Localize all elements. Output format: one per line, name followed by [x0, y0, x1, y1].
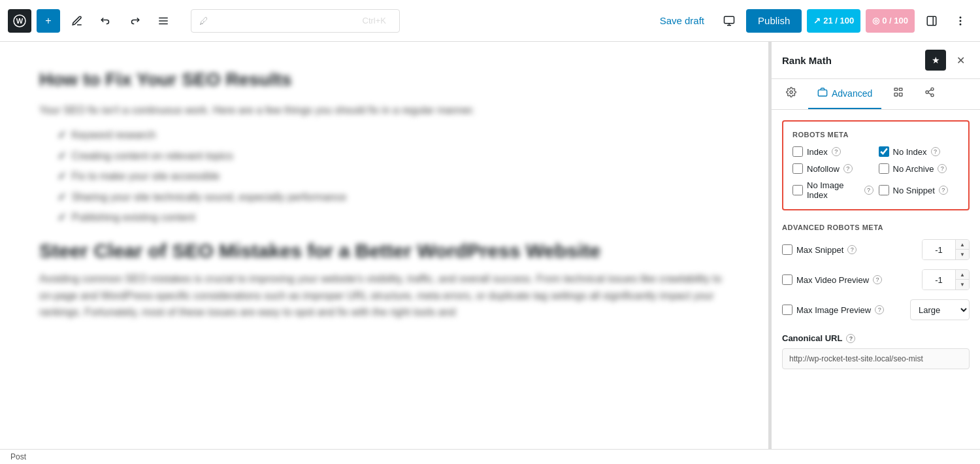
svg-rect-18 [900, 93, 903, 96]
list-item: Creating content on relevant topics [50, 148, 729, 165]
max-snippet-checkbox[interactable] [782, 244, 792, 255]
sidebar-title: Rank Math [782, 55, 920, 66]
search-bar[interactable]: 🖊 Ctrl+K [191, 9, 400, 33]
max-image-preview-select[interactable]: None Standard Large [910, 299, 970, 320]
no-archive-label: No Archive [893, 164, 934, 174]
rank-math-sidebar: Rank Math ★ ✕ Advanced [771, 42, 980, 449]
advanced-robots-label: ADVANCED ROBOTS META [782, 224, 970, 231]
save-draft-button[interactable]: Save draft [652, 11, 712, 30]
editor-area[interactable]: How to Fix Your SEO Results Your SEO fix… [0, 42, 768, 449]
pen-icon: 🖊 [199, 16, 208, 26]
svg-rect-15 [894, 88, 898, 90]
svg-rect-14 [818, 90, 826, 96]
index-label: Index [807, 147, 828, 157]
svg-text:W: W [16, 17, 24, 25]
tab-settings[interactable] [777, 79, 806, 109]
canonical-url-input[interactable] [782, 348, 970, 369]
undo-button[interactable] [94, 9, 118, 33]
max-video-down-button[interactable]: ▼ [956, 280, 969, 290]
redo-button[interactable] [123, 9, 146, 33]
no-image-index-checkbox[interactable] [792, 185, 803, 195]
advanced-robots-meta-section: ADVANCED ROBOTS META Max Snippet ? ▲ ▼ [782, 224, 970, 320]
max-image-preview-checkbox[interactable] [782, 305, 792, 315]
svg-point-10 [960, 17, 961, 18]
preview-button[interactable] [717, 9, 741, 33]
index-help-icon[interactable]: ? [832, 147, 841, 156]
max-video-spinners: ▲ ▼ [955, 270, 969, 290]
view-list-button[interactable] [152, 9, 175, 33]
seo-score-value: 21 / 100 [823, 16, 854, 25]
briefcase-icon [817, 87, 828, 100]
list-item: Publishing existing content [50, 209, 729, 226]
max-snippet-up-button[interactable]: ▲ [956, 240, 969, 250]
tab-advanced-label: Advanced [832, 88, 872, 99]
keyboard-shortcut: Ctrl+K [363, 16, 386, 25]
no-index-help-icon[interactable]: ? [931, 147, 940, 156]
status-bar: Post [0, 449, 980, 464]
max-snippet-down-button[interactable]: ▼ [956, 250, 969, 259]
tab-schema[interactable] [915, 79, 944, 109]
close-sidebar-button[interactable]: ✕ [951, 51, 970, 69]
robots-meta-label: ROBOTS META [792, 131, 959, 139]
no-archive-checkbox[interactable] [879, 163, 889, 174]
svg-line-22 [928, 93, 932, 95]
no-snippet-checkbox[interactable] [879, 185, 889, 195]
index-checkbox[interactable] [792, 146, 803, 157]
seo-score-badge[interactable]: ↗ 21 / 100 [807, 9, 860, 33]
max-image-preview-help-icon[interactable]: ? [875, 305, 884, 314]
max-video-preview-row: Max Video Preview ? ▲ ▼ [782, 269, 970, 290]
social-icon [893, 87, 904, 100]
nofollow-label: Nofollow [807, 164, 840, 174]
section-heading: Steer Clear of SEO Mistakes for a Better… [39, 239, 729, 263]
more-options-button[interactable] [949, 9, 972, 33]
list-item: Sharing your site technically sound, esp… [50, 189, 729, 206]
readability-score-value: 0 / 100 [882, 16, 908, 25]
add-block-button[interactable]: + [37, 9, 60, 33]
svg-point-13 [790, 91, 792, 93]
sidebar-header: Rank Math ★ ✕ [772, 42, 980, 79]
robots-meta-grid: Index ? No Index ? Nofollow ? [792, 146, 959, 200]
index-checkbox-row: Index ? [792, 146, 874, 157]
no-image-index-label: No Image Index [807, 180, 860, 200]
svg-rect-17 [894, 93, 898, 96]
no-index-label: No Index [893, 147, 927, 157]
max-video-preview-help-icon[interactable]: ? [873, 275, 882, 284]
tab-advanced[interactable]: Advanced [808, 79, 881, 109]
sidebar-content: ROBOTS META Index ? No Index ? Nof [772, 110, 980, 449]
max-image-preview-label: Max Image Preview [796, 305, 871, 315]
svg-line-23 [928, 90, 932, 91]
svg-point-21 [931, 94, 934, 97]
no-image-index-help-icon[interactable]: ? [864, 186, 874, 195]
nofollow-help-icon[interactable]: ? [843, 164, 853, 173]
no-archive-checkbox-row: No Archive ? [879, 163, 960, 174]
nofollow-checkbox[interactable] [792, 163, 803, 174]
canonical-label-text: Canonical URL [782, 333, 842, 343]
max-snippet-spinners: ▲ ▼ [955, 240, 969, 259]
main-area: How to Fix Your SEO Results Your SEO fix… [0, 42, 980, 449]
no-snippet-checkbox-row: No Snippet ? [879, 180, 960, 200]
canonical-url-label: Canonical URL ? [782, 333, 970, 343]
list-item: Fix to make your site accessible [50, 168, 729, 185]
max-snippet-input[interactable] [923, 240, 955, 259]
max-video-preview-input[interactable] [923, 270, 955, 290]
max-video-preview-checkbox[interactable] [782, 274, 792, 285]
nofollow-checkbox-row: Nofollow ? [792, 163, 874, 174]
max-video-up-button[interactable]: ▲ [956, 270, 969, 280]
no-snippet-help-icon[interactable]: ? [939, 186, 948, 195]
publish-button[interactable]: Publish [746, 9, 802, 33]
no-index-checkbox[interactable] [879, 146, 889, 157]
intro-paragraph: Your SEO fix isn't a continuous work. He… [39, 102, 729, 119]
toggle-sidebar-button[interactable] [920, 9, 943, 33]
bullet-list: Keyword research Creating content on rel… [50, 127, 729, 226]
max-snippet-help-icon[interactable]: ? [847, 245, 857, 254]
tab-social[interactable] [884, 79, 913, 109]
max-snippet-label: Max Snippet [796, 245, 843, 255]
max-image-preview-row: Max Image Preview ? None Standard Large [782, 299, 970, 320]
no-archive-help-icon[interactable]: ? [938, 164, 947, 173]
schema-icon [924, 87, 935, 100]
readability-score-icon: ◎ [872, 16, 879, 25]
readability-score-badge[interactable]: ◎ 0 / 100 [866, 9, 915, 33]
post-type-label: Post [10, 452, 26, 461]
tools-button[interactable] [65, 9, 89, 33]
canonical-help-icon[interactable]: ? [846, 334, 855, 343]
